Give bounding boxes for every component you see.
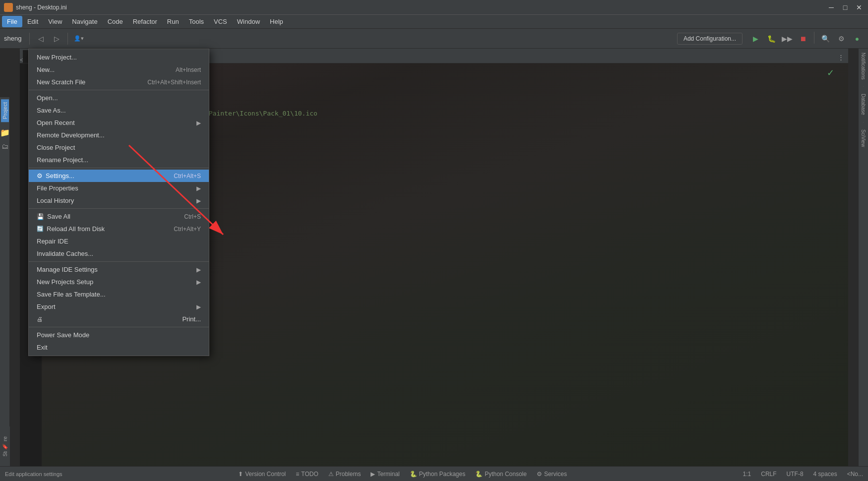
menu-remote-dev[interactable]: Remote Development...: [29, 129, 209, 141]
notifications-label[interactable]: Notifications: [861, 53, 866, 79]
menu-reload-disk[interactable]: 🔄 Reload All from Disk Ctrl+Alt+Y: [29, 223, 209, 235]
menu-close-project-label: Close Project: [37, 144, 75, 151]
python-console-label: Python Console: [485, 471, 527, 478]
menu-run[interactable]: Run: [162, 16, 184, 27]
menu-exit[interactable]: Exit: [29, 341, 209, 354]
status-tab-problems[interactable]: ⚠ Problems: [323, 469, 366, 480]
sidebar-divider-2: [863, 122, 864, 122]
menu-edit[interactable]: Edit: [22, 16, 43, 27]
settings-gear-icon: ⚙: [37, 172, 43, 180]
problems-label: Problems: [336, 471, 361, 478]
menu-settings-shortcut: Ctrl+Alt+S: [174, 173, 201, 180]
menu-new-scratch-label: New Scratch File: [37, 78, 85, 86]
version-control-label: Version Control: [245, 471, 286, 478]
menu-view[interactable]: View: [43, 16, 67, 27]
menu-open-recent[interactable]: Open Recent ▶: [29, 117, 209, 129]
menu-bar: File Edit View Navigate Code Refactor Ru…: [0, 15, 868, 29]
menu-local-history[interactable]: Local History ▶: [29, 194, 209, 207]
menu-invalidate-caches[interactable]: Invalidate Caches...: [29, 247, 209, 260]
menu-repair-ide[interactable]: Repair IDE: [29, 235, 209, 247]
menu-window[interactable]: Window: [232, 16, 265, 27]
toolbar-run-controls: ▶ 🐛 ▶▶ ⏹ 🔍 ⚙ ●: [748, 32, 864, 46]
menu-new-project[interactable]: New Project...: [29, 51, 209, 63]
avatar-btn[interactable]: ●: [850, 32, 864, 46]
database-label[interactable]: Database: [861, 94, 866, 115]
status-tab-python-packages[interactable]: 🐍 Python Packages: [405, 469, 470, 480]
menu-refactor[interactable]: Refactor: [128, 16, 162, 27]
settings-btn[interactable]: ⚙: [834, 32, 848, 46]
toolbar-forward-btn[interactable]: ▷: [50, 32, 63, 46]
menu-new-projects-setup-label: New Projects Setup: [37, 278, 93, 286]
menu-new-shortcut: Alt+Insert: [176, 66, 201, 73]
add-configuration-button[interactable]: Add Configuration...: [677, 33, 743, 45]
bookmarks-panel: 🔖: [0, 441, 10, 451]
menu-help[interactable]: Help: [265, 16, 288, 27]
stop-button[interactable]: ⏹: [796, 32, 810, 46]
menu-tools[interactable]: Tools: [184, 16, 209, 27]
menu-open[interactable]: Open...: [29, 92, 209, 104]
status-tab-services[interactable]: ⚙ Services: [532, 469, 572, 480]
run-button[interactable]: ▶: [748, 32, 762, 46]
menu-manage-ide-settings[interactable]: Manage IDE Settings ▶: [29, 263, 209, 276]
maximize-button[interactable]: □: [840, 2, 850, 12]
menu-save-all-label: Save All: [47, 213, 70, 220]
project-name: sheng: [4, 35, 21, 42]
sciview-label[interactable]: SciView: [861, 129, 866, 147]
close-button[interactable]: ✕: [854, 2, 864, 12]
menu-code[interactable]: Code: [103, 16, 128, 27]
menu-print[interactable]: 🖨 Print...: [29, 313, 209, 325]
project-label[interactable]: Project: [1, 99, 9, 122]
status-tab-terminal[interactable]: ▶ Terminal: [366, 469, 404, 480]
user-icon: 👤▾: [72, 35, 86, 42]
minimize-button[interactable]: ─: [826, 2, 836, 12]
status-line-separator[interactable]: CRLF: [758, 471, 779, 478]
menu-export[interactable]: Export ▶: [29, 301, 209, 313]
project-panel: Project 📁 🗂: [0, 97, 10, 466]
menu-vcs[interactable]: VCS: [209, 16, 232, 27]
toolbar: sheng ◁ ▷ 👤▾ Add Configuration... ▶ 🐛 ▶▶…: [0, 29, 868, 49]
menu-rename-project[interactable]: Rename Project...: [29, 154, 209, 166]
menu-export-arrow: ▶: [196, 303, 201, 310]
python-console-icon: 🐍: [475, 471, 483, 478]
menu-save-as-label: Save As...: [37, 107, 66, 114]
menu-close-project[interactable]: Close Project: [29, 141, 209, 154]
menu-print-label: Print...: [182, 315, 201, 323]
menu-settings[interactable]: ⚙ Settings... Ctrl+Alt+S: [29, 170, 209, 182]
menu-local-history-arrow: ▶: [196, 197, 201, 204]
menu-new-scratch[interactable]: New Scratch File Ctrl+Alt+Shift+Insert: [29, 76, 209, 88]
status-encoding[interactable]: UTF-8: [784, 471, 806, 478]
menu-new-projects-setup[interactable]: New Projects Setup ▶: [29, 276, 209, 288]
menu-new-scratch-shortcut: Ctrl+Alt+Shift+Insert: [147, 79, 201, 86]
tab-more-icon[interactable]: ⋮: [834, 52, 848, 63]
status-tabs: ⬆ Version Control ≡ TODO ⚠ Problems ▶ Te…: [233, 469, 572, 480]
menu-reload-disk-shortcut: Ctrl+Alt+Y: [174, 226, 201, 233]
status-tab-version-control[interactable]: ⬆ Version Control: [233, 469, 291, 480]
status-bottom-text: Edit application settings: [2, 471, 65, 477]
status-tab-python-console[interactable]: 🐍 Python Console: [470, 469, 532, 480]
menu-file-properties[interactable]: File Properties ▶: [29, 182, 209, 194]
menu-repair-ide-label: Repair IDE: [37, 238, 68, 245]
menu-power-save[interactable]: Power Save Mode: [29, 329, 209, 341]
menu-save-file-template[interactable]: Save File as Template...: [29, 288, 209, 301]
menu-file[interactable]: File: [2, 16, 22, 27]
terminal-icon: ▶: [371, 471, 375, 478]
menu-new[interactable]: New... Alt+Insert: [29, 63, 209, 76]
menu-file-properties-arrow: ▶: [196, 185, 201, 192]
menu-new-label: New...: [37, 66, 55, 73]
reload-icon: 🔄: [37, 226, 44, 232]
status-cursor-position[interactable]: 1:1: [740, 471, 754, 478]
debug-button[interactable]: 🐛: [764, 32, 778, 46]
file-dropdown-menu: New Project... New... Alt+Insert New Scr…: [28, 49, 209, 356]
status-bar: Edit application settings ⬆ Version Cont…: [0, 466, 868, 481]
run-with-coverage-btn[interactable]: ▶▶: [780, 32, 794, 46]
toolbar-back-btn[interactable]: ◁: [34, 32, 48, 46]
menu-navigate[interactable]: Navigate: [67, 16, 102, 27]
menu-save-as[interactable]: Save As...: [29, 104, 209, 117]
menu-save-all[interactable]: 💾 Save All Ctrl+S: [29, 210, 209, 223]
status-tab-todo[interactable]: ≡ TODO: [291, 469, 323, 480]
bookmarks-icon[interactable]: 🔖: [2, 444, 8, 449]
status-context[interactable]: <No...: [844, 471, 866, 478]
status-indent[interactable]: 4 spaces: [810, 471, 840, 478]
menu-sep-1: [29, 90, 209, 90]
search-everywhere-btn[interactable]: 🔍: [818, 32, 832, 46]
